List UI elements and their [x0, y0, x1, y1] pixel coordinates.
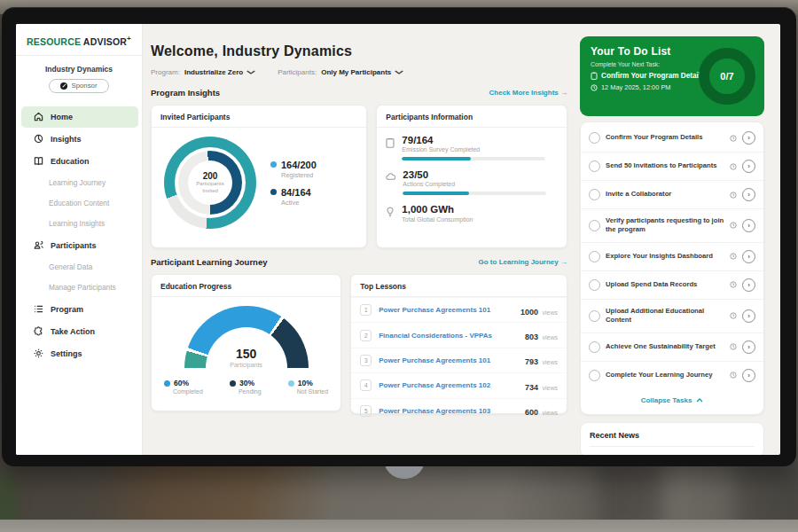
settings-gear-icon: [34, 348, 43, 358]
lesson-rank: 2: [360, 330, 372, 341]
task-checkbox[interactable]: [589, 220, 600, 231]
task-row[interactable]: Upload Spend Data Records ›: [581, 270, 763, 299]
filter-bar: Program: Industrialize Zero Participants…: [151, 68, 567, 76]
lesson-link[interactable]: Power Purchase Agreements 102: [379, 381, 525, 389]
todo-next-task: Confirm Your Program Details: [601, 72, 705, 80]
card-title: Participants Information: [377, 106, 567, 128]
task-checkbox[interactable]: [589, 160, 600, 172]
task-row[interactable]: Confirm Your Program Details ›: [581, 124, 763, 152]
sponsor-icon: [60, 82, 67, 90]
education-book-icon: [34, 156, 43, 166]
lesson-row[interactable]: 2 Financial Considerations - VPPAs 803 v…: [351, 322, 567, 347]
sidebar-item-insights[interactable]: Insights: [21, 129, 138, 150]
sidebar-item-manage-participants[interactable]: Manage Participants: [16, 278, 142, 298]
todo-progress-value: 0/7: [720, 71, 733, 82]
logo-secondary: ADVISOR: [83, 36, 127, 47]
sidebar-item-education-content[interactable]: Education Content: [16, 193, 142, 214]
lesson-link[interactable]: Power Purchase Agreements 101: [379, 306, 520, 314]
lesson-link[interactable]: Power Purchase Agreements 101: [379, 356, 525, 364]
task-open-button[interactable]: ›: [742, 219, 755, 232]
chevron-down-icon: [395, 70, 404, 74]
task-open-button[interactable]: ›: [742, 369, 755, 382]
clipboard-icon: [591, 72, 598, 80]
task-row[interactable]: Send 50 Invitations to Participants ›: [581, 152, 763, 180]
views-label: views: [542, 385, 558, 391]
sidebar-item-program[interactable]: Program: [21, 299, 138, 320]
metric-label: Emission Survey Completed: [402, 146, 545, 153]
sidebar-item-learning-journey[interactable]: Learning Journey: [16, 173, 142, 193]
sidebar-item-learning-insights[interactable]: Learning Insights: [16, 214, 142, 234]
not-started-legend-dot: [288, 380, 294, 387]
lesson-row[interactable]: 5 Power Purchase Agreements 103 600 view…: [351, 398, 567, 423]
collapse-tasks-link[interactable]: Collapse Tasks: [581, 389, 763, 412]
registered-legend-dot: [270, 161, 277, 168]
section-title: Participant Learning Journey: [151, 257, 267, 267]
task-row[interactable]: Verify participants requesting to join t…: [581, 208, 763, 242]
go-to-learning-journey-link[interactable]: Go to Learning Journey →: [479, 258, 567, 266]
task-checkbox[interactable]: [589, 341, 600, 353]
task-checkbox[interactable]: [589, 370, 600, 381]
lesson-rank: 3: [360, 355, 372, 366]
sidebar-item-education[interactable]: Education: [21, 151, 138, 172]
task-open-button[interactable]: ›: [742, 188, 755, 201]
donut-center-label: Participants Invited: [188, 181, 232, 195]
views-label: views: [542, 410, 558, 416]
clock-icon: [730, 343, 737, 350]
task-checkbox[interactable]: [589, 251, 600, 262]
sidebar-item-general-data[interactable]: General Data: [16, 257, 142, 278]
task-open-button[interactable]: ›: [742, 250, 755, 263]
check-more-insights-link[interactable]: Check More Insights →: [489, 89, 567, 97]
participants-value: Only My Participants: [321, 68, 391, 76]
invited-participants-card: Invited Participants 200 Participants In…: [151, 105, 367, 248]
completed-pct: 60%: [174, 379, 189, 387]
task-checkbox[interactable]: [589, 189, 600, 200]
lesson-row[interactable]: 3 Power Purchase Agreements 101 793 view…: [351, 348, 567, 372]
lesson-views: 734: [525, 383, 538, 392]
home-icon: [34, 112, 43, 121]
sidebar-item-label: Settings: [51, 349, 82, 358]
sidebar-item-home[interactable]: Home: [21, 106, 138, 128]
lesson-row[interactable]: 1 Power Purchase Agreements 101 1000 vie…: [351, 297, 567, 322]
participants-label: Participants:: [278, 68, 317, 76]
program-select[interactable]: Program: Industrialize Zero: [151, 68, 254, 76]
sidebar-item-settings[interactable]: Settings: [21, 343, 138, 364]
participants-select[interactable]: Participants: Only My Participants: [278, 68, 403, 76]
sidebar-item-label: Program: [51, 305, 83, 314]
take-action-puzzle-icon: [34, 326, 43, 336]
actions-completed-progressbar: [403, 192, 546, 195]
task-open-button[interactable]: ›: [742, 160, 755, 173]
sidebar-item-participants[interactable]: Participants: [21, 235, 138, 256]
lightbulb-icon: [386, 204, 395, 222]
lesson-link[interactable]: Financial Considerations - VPPAs: [379, 332, 525, 340]
lesson-row[interactable]: 4 Power Purchase Agreements 102 734 view…: [351, 372, 567, 397]
participants-information-card: Participants Information 79/164 Emission…: [376, 105, 567, 248]
task-open-button[interactable]: ›: [742, 340, 755, 354]
clock-icon: [730, 253, 737, 260]
sidebar-item-take-action[interactable]: Take Action: [21, 321, 138, 342]
clock-icon: [730, 281, 737, 288]
task-open-button[interactable]: ›: [742, 278, 755, 292]
task-checkbox[interactable]: [589, 132, 600, 144]
task-row[interactable]: Explore Your Insights Dashboard ›: [581, 242, 763, 270]
top-lessons-card: Top Lessons 1 Power Purchase Agreements …: [350, 274, 567, 414]
task-open-button[interactable]: ›: [742, 131, 755, 145]
lesson-link[interactable]: Power Purchase Agreements 103: [379, 407, 525, 415]
org-name: Industry Dynamics: [16, 56, 142, 74]
task-open-button[interactable]: ›: [742, 309, 755, 323]
learning-journey-header: Participant Learning Journey Go to Learn…: [151, 257, 567, 267]
task-row[interactable]: Invite a Collaborator ›: [581, 180, 763, 208]
donut-center-value: 200: [203, 171, 218, 181]
lesson-views: 803: [525, 332, 538, 341]
lesson-views: 1000: [520, 308, 538, 317]
task-checkbox[interactable]: [589, 310, 600, 322]
sponsor-badge-label: Sponsor: [71, 82, 97, 90]
clock-icon: [730, 192, 737, 199]
invited-participants-donut-chart: 200 Participants Invited: [164, 137, 256, 229]
active-value: 84/164: [281, 187, 311, 198]
actions-completed-metric: 23/50 Actions Completed: [386, 169, 556, 195]
card-title: Top Lessons: [351, 275, 567, 297]
task-row[interactable]: Complete Your Learning Journey ›: [581, 361, 763, 389]
task-row[interactable]: Upload Additional Educational Content ›: [581, 299, 763, 332]
task-row[interactable]: Achieve One Sustainability Target ›: [581, 332, 763, 361]
task-checkbox[interactable]: [589, 279, 600, 291]
